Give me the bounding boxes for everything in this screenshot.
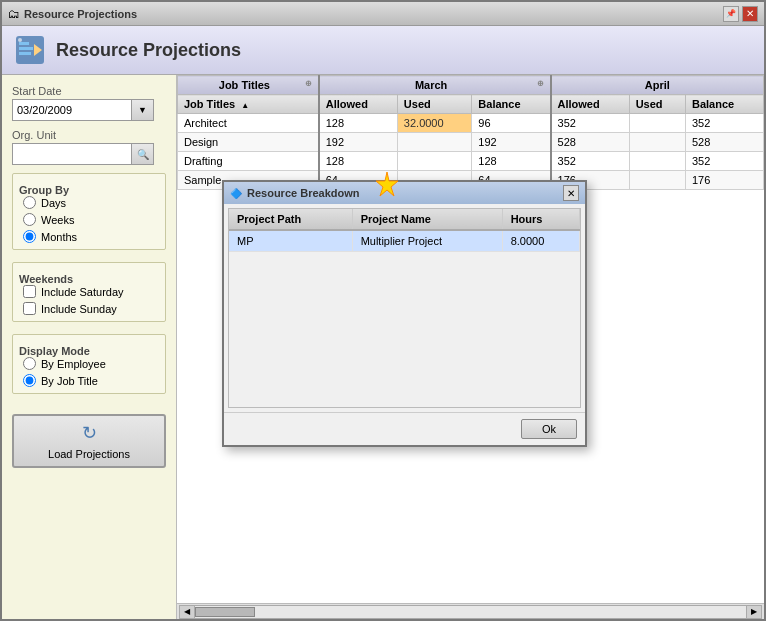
col-group-march-label: March [415,79,447,91]
cell-mar-balance-0: 96 [472,114,551,133]
checkbox-sunday-input[interactable] [23,302,36,315]
cell-apr-used-0 [629,114,685,133]
cell-job-title-1: Design [178,133,319,152]
radio-by-employee[interactable]: By Employee [23,357,159,370]
start-date-input[interactable] [12,99,132,121]
col-header-apr-allowed[interactable]: Allowed [551,95,630,114]
cell-job-title-0: Architect [178,114,319,133]
table-row: Drafting 128 128 352 352 [178,152,764,171]
checkbox-sunday[interactable]: Include Sunday [23,302,159,315]
radio-months-input[interactable] [23,230,36,243]
cell-job-title-2: Drafting [178,152,319,171]
radio-months-label: Months [41,231,77,243]
window-title: Resource Projections [24,8,137,20]
page-title: Resource Projections [56,40,241,61]
radio-days[interactable]: Days [23,196,159,209]
col-header-job-titles[interactable]: Job Titles ▲ [178,95,319,114]
display-mode-radio-group: By Employee By Job Title [19,357,159,387]
radio-weeks-input[interactable] [23,213,36,226]
org-unit-section: Org. Unit 🔍 [12,129,166,165]
dialog-cell-path-0: MP [229,230,352,252]
radio-employee-label: By Employee [41,358,106,370]
dialog-col-hours: Hours [502,209,579,230]
dialog-col-name-label: Project Name [361,213,431,225]
svg-rect-3 [19,52,31,55]
search-button[interactable]: 🔍 [132,143,154,165]
h-scrollbar[interactable]: ◀ ▶ [177,603,764,619]
app-icon: 🗂 [8,7,20,21]
scroll-right-button[interactable]: ▶ [746,605,762,619]
col-header-apr-balance[interactable]: Balance [686,95,764,114]
start-date-label: Start Date [12,85,166,97]
dialog-header-row: Project Path Project Name Hours [229,209,580,230]
table-row: Design 192 192 528 528 [178,133,764,152]
dialog-cell-name-0: Multiplier Project [352,230,502,252]
svg-rect-1 [19,42,29,45]
svg-point-5 [18,38,22,42]
dialog-close-button[interactable]: ✕ [563,185,579,201]
col-mar-used-label: Used [404,98,431,110]
col-job-titles-label: Job Titles [184,98,235,110]
checkbox-saturday-input[interactable] [23,285,36,298]
col-apr-allowed-label: Allowed [558,98,600,110]
cell-mar-used-1 [397,133,472,152]
checkbox-saturday-label: Include Saturday [41,286,124,298]
radio-months[interactable]: Months [23,230,159,243]
dialog-grid: Project Path Project Name Hours [229,209,580,252]
checkbox-saturday[interactable]: Include Saturday [23,285,159,298]
dialog-table-row[interactable]: MP Multiplier Project 8.0000 [229,230,580,252]
radio-days-input[interactable] [23,196,36,209]
col-header-apr-used[interactable]: Used [629,95,685,114]
scroll-left-button[interactable]: ◀ [179,605,195,619]
display-mode-section: Display Mode By Employee By Job Title [12,334,166,394]
right-panel[interactable]: Job Titles ⊕ March ⊕ April [177,75,764,619]
col-header-mar-used[interactable]: Used [397,95,472,114]
header-icon [14,34,46,66]
cell-apr-used-1 [629,133,685,152]
dialog-content: Project Path Project Name Hours [224,208,585,408]
radio-employee-input[interactable] [23,357,36,370]
cell-mar-allowed-1: 192 [319,133,398,152]
search-icon: 🔍 [137,149,149,160]
cell-apr-balance-0: 352 [686,114,764,133]
col-group-april-label: April [645,79,670,91]
cell-apr-allowed-0: 352 [551,114,630,133]
pin-button[interactable]: 📌 [723,6,739,22]
weekends-label: Weekends [19,273,159,285]
load-icon: ↻ [82,422,97,444]
col-header-mar-allowed[interactable]: Allowed [319,95,398,114]
cell-apr-used-3 [629,171,685,190]
dialog-grid-container[interactable]: Project Path Project Name Hours [228,208,581,408]
table-row: Architect 128 32.0000 96 352 352 [178,114,764,133]
data-grid: Job Titles ⊕ March ⊕ April [177,75,764,190]
col-group-march: March ⊕ [319,76,551,95]
radio-job-input[interactable] [23,374,36,387]
scroll-thumb[interactable] [195,607,255,617]
dialog-title-label: Resource Breakdown [247,187,359,199]
cell-mar-allowed-2: 128 [319,152,398,171]
col-apr-balance-label: Balance [692,98,734,110]
col-header-mar-balance[interactable]: Balance [472,95,551,114]
resize-handle-job-titles[interactable]: ⊕ [305,79,312,88]
dialog-close-icon: ✕ [567,188,575,199]
cell-apr-balance-1: 528 [686,133,764,152]
radio-days-label: Days [41,197,66,209]
radio-weeks[interactable]: Weeks [23,213,159,226]
dialog-icon: 🔷 [230,188,242,199]
ok-button[interactable]: Ok [521,419,577,439]
org-unit-input[interactable] [12,143,132,165]
date-dropdown-button[interactable]: ▼ [132,99,154,121]
scroll-track[interactable] [195,605,746,619]
radio-by-job-title[interactable]: By Job Title [23,374,159,387]
page-header: Resource Projections [2,26,764,75]
radio-weeks-label: Weeks [41,214,74,226]
checkbox-sunday-label: Include Sunday [41,303,117,315]
org-unit-label: Org. Unit [12,129,166,141]
load-projections-button[interactable]: ↻ Load Projections [12,414,166,468]
resize-handle-march[interactable]: ⊕ [537,79,544,88]
cell-mar-used-0[interactable]: 32.0000 [397,114,472,133]
title-bar: 🗂 Resource Projections 📌 ✕ [2,2,764,26]
close-button[interactable]: ✕ [742,6,758,22]
col-mar-balance-label: Balance [478,98,520,110]
column-group-row: Job Titles ⊕ March ⊕ April [178,76,764,95]
